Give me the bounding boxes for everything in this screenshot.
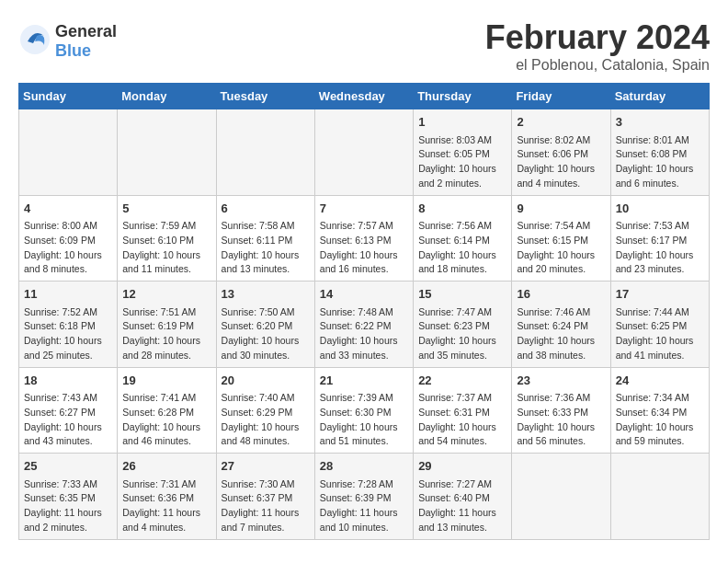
day-info: Sunrise: 7:47 AM xyxy=(418,305,506,320)
day-info: and 38 minutes. xyxy=(517,349,605,363)
day-info: Sunset: 6:27 PM xyxy=(24,406,112,420)
day-number: 18 xyxy=(24,372,112,390)
day-info: and 16 minutes. xyxy=(320,262,408,277)
calendar-cell: 7Sunrise: 7:57 AMSunset: 6:13 PMDaylight… xyxy=(314,195,413,282)
day-info: and 33 minutes. xyxy=(320,349,408,363)
day-number: 21 xyxy=(320,372,408,390)
day-info: and 13 minutes. xyxy=(222,262,310,277)
day-info: Daylight: 10 hours xyxy=(418,248,506,263)
day-info: Sunrise: 7:44 AM xyxy=(616,305,704,320)
day-info: Sunrise: 7:50 AM xyxy=(222,305,310,320)
day-info: and 4 minutes. xyxy=(517,177,605,191)
logo-general: General xyxy=(55,22,117,40)
day-info: and 35 minutes. xyxy=(418,349,506,363)
day-info: and 6 minutes. xyxy=(616,177,704,191)
calendar-cell: 12Sunrise: 7:51 AMSunset: 6:19 PMDayligh… xyxy=(118,282,216,368)
day-info: Sunrise: 7:36 AM xyxy=(517,391,605,406)
calendar-cell: 28Sunrise: 7:28 AMSunset: 6:39 PMDayligh… xyxy=(314,454,413,540)
calendar-cell: 1Sunrise: 8:03 AMSunset: 6:05 PMDaylight… xyxy=(414,109,512,196)
calendar-cell: 2Sunrise: 8:02 AMSunset: 6:06 PMDaylight… xyxy=(512,109,610,196)
day-header-tuesday: Tuesday xyxy=(216,84,314,109)
day-info: Sunset: 6:10 PM xyxy=(122,234,210,248)
day-info: Daylight: 10 hours xyxy=(320,248,408,263)
day-number: 12 xyxy=(122,285,210,304)
calendar-cell: 4Sunrise: 8:00 AMSunset: 6:09 PMDaylight… xyxy=(19,195,118,282)
day-info: and 2 minutes. xyxy=(24,521,112,535)
calendar-cell: 20Sunrise: 7:40 AMSunset: 6:29 PMDayligh… xyxy=(216,367,314,454)
day-number: 24 xyxy=(616,372,704,390)
day-info: and 13 minutes. xyxy=(418,521,506,535)
logo-blue: Blue xyxy=(55,41,91,60)
day-info: Sunrise: 7:41 AM xyxy=(122,391,210,406)
day-info: Daylight: 10 hours xyxy=(616,334,704,349)
day-info: and 8 minutes. xyxy=(24,262,112,277)
day-info: and 43 minutes. xyxy=(24,434,112,449)
calendar-cell: 3Sunrise: 8:01 AMSunset: 6:08 PMDaylight… xyxy=(610,109,709,196)
calendar-cell: 8Sunrise: 7:56 AMSunset: 6:14 PMDaylight… xyxy=(414,195,512,282)
calendar-cell xyxy=(512,454,610,540)
day-info: Sunrise: 7:40 AM xyxy=(222,391,310,406)
day-number: 29 xyxy=(418,457,506,476)
day-info: Daylight: 10 hours xyxy=(24,420,112,435)
day-number: 16 xyxy=(517,285,605,304)
day-header-friday: Friday xyxy=(512,84,610,109)
day-number: 17 xyxy=(616,285,704,304)
day-info: and 7 minutes. xyxy=(222,521,310,535)
calendar-cell: 11Sunrise: 7:52 AMSunset: 6:18 PMDayligh… xyxy=(19,282,118,368)
day-info: and 4 minutes. xyxy=(122,521,210,535)
calendar-cell: 19Sunrise: 7:41 AMSunset: 6:28 PMDayligh… xyxy=(118,367,216,454)
day-info: Daylight: 10 hours xyxy=(517,420,605,435)
calendar-cell: 24Sunrise: 7:34 AMSunset: 6:34 PMDayligh… xyxy=(610,367,709,454)
day-info: Daylight: 11 hours xyxy=(418,506,506,521)
day-info: and 10 minutes. xyxy=(320,521,408,535)
day-info: Sunset: 6:35 PM xyxy=(24,491,112,506)
day-info: Daylight: 10 hours xyxy=(517,162,605,177)
day-info: Daylight: 10 hours xyxy=(222,334,310,349)
calendar-cell xyxy=(118,109,216,196)
calendar-cell: 18Sunrise: 7:43 AMSunset: 6:27 PMDayligh… xyxy=(19,367,118,454)
subtitle: el Poblenou, Catalonia, Spain xyxy=(485,57,710,74)
day-number: 9 xyxy=(517,200,605,218)
day-info: and 20 minutes. xyxy=(517,262,605,277)
day-info: Daylight: 10 hours xyxy=(418,162,506,177)
day-number: 6 xyxy=(222,200,310,218)
day-info: Sunset: 6:13 PM xyxy=(320,234,408,248)
day-info: Daylight: 10 hours xyxy=(616,162,704,177)
day-info: Daylight: 10 hours xyxy=(222,248,310,263)
day-info: and 59 minutes. xyxy=(616,434,704,449)
day-info: Sunset: 6:23 PM xyxy=(418,319,506,334)
day-info: Daylight: 10 hours xyxy=(517,334,605,349)
day-number: 2 xyxy=(517,113,605,132)
day-number: 7 xyxy=(320,200,408,218)
calendar-cell xyxy=(216,109,314,196)
calendar-cell: 10Sunrise: 7:53 AMSunset: 6:17 PMDayligh… xyxy=(610,195,709,282)
day-info: Sunrise: 8:00 AM xyxy=(24,219,112,234)
day-info: Daylight: 10 hours xyxy=(122,420,210,435)
day-info: and 41 minutes. xyxy=(616,349,704,363)
day-info: Sunset: 6:19 PM xyxy=(122,319,210,334)
calendar-cell: 29Sunrise: 7:27 AMSunset: 6:40 PMDayligh… xyxy=(414,454,512,540)
day-info: Sunrise: 7:33 AM xyxy=(24,477,112,492)
calendar-cell: 27Sunrise: 7:30 AMSunset: 6:37 PMDayligh… xyxy=(216,454,314,540)
week-row-5: 25Sunrise: 7:33 AMSunset: 6:35 PMDayligh… xyxy=(19,454,710,540)
day-info: Daylight: 11 hours xyxy=(320,506,408,521)
day-number: 27 xyxy=(222,457,310,476)
calendar-cell: 14Sunrise: 7:48 AMSunset: 6:22 PMDayligh… xyxy=(314,282,413,368)
week-row-1: 1Sunrise: 8:03 AMSunset: 6:05 PMDaylight… xyxy=(19,109,710,196)
day-number: 4 xyxy=(24,200,112,218)
calendar-cell: 17Sunrise: 7:44 AMSunset: 6:25 PMDayligh… xyxy=(610,282,709,368)
day-info: Sunrise: 7:30 AM xyxy=(222,477,310,492)
day-info: and 56 minutes. xyxy=(517,434,605,449)
day-header-thursday: Thursday xyxy=(414,84,512,109)
day-info: Sunrise: 8:03 AM xyxy=(418,133,506,148)
day-info: Sunrise: 8:02 AM xyxy=(517,133,605,148)
day-info: Sunset: 6:18 PM xyxy=(24,319,112,334)
day-info: Daylight: 10 hours xyxy=(616,248,704,263)
day-info: Sunset: 6:40 PM xyxy=(418,491,506,506)
day-info: Daylight: 10 hours xyxy=(320,420,408,435)
day-info: Sunrise: 7:52 AM xyxy=(24,305,112,320)
day-info: Sunset: 6:28 PM xyxy=(122,406,210,420)
day-info: Daylight: 10 hours xyxy=(418,334,506,349)
day-info: Sunset: 6:11 PM xyxy=(222,234,310,248)
day-number: 23 xyxy=(517,372,605,390)
